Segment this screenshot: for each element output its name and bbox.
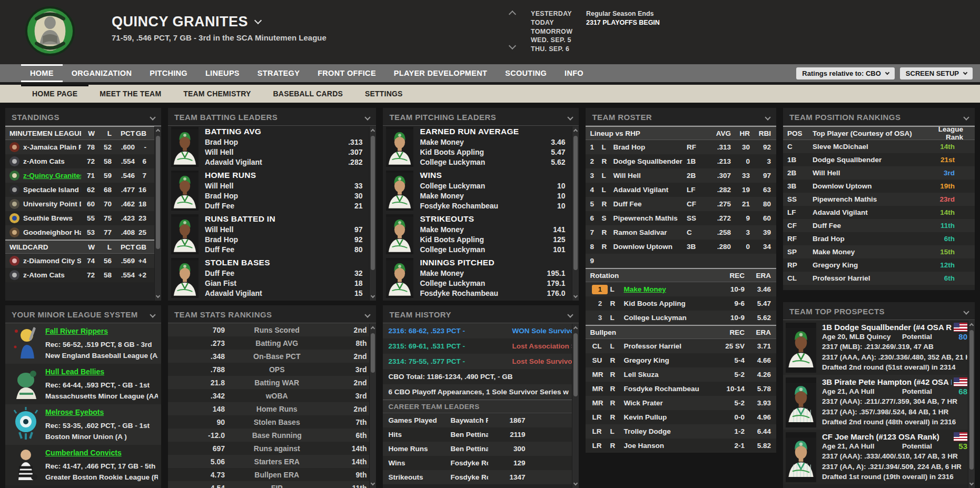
history-season-row[interactable]: 2314: 75-55, .577 PCT - Lost Sole Surviv…	[383, 354, 579, 369]
player-name: Make Money	[420, 137, 533, 147]
screen-setup-dropdown[interactable]: SCREEN SETUP	[900, 67, 973, 79]
minor-team-link[interactable]: Cumberland Convicts	[45, 449, 122, 457]
scroll-down-icon[interactable]	[156, 294, 160, 298]
scrollbar[interactable]	[154, 126, 161, 301]
nav-tab-front-office[interactable]: FRONT OFFICE	[309, 64, 385, 82]
scroll-down-icon[interactable]	[371, 294, 375, 298]
minor-team-league: Greater Boston Rookie League (R )	[45, 472, 158, 483]
season-note: Regular Season Ends	[586, 9, 660, 18]
nav-tab-strategy[interactable]: STRATEGY	[249, 64, 309, 82]
schedule-down-icon[interactable]	[509, 42, 516, 49]
stat-value: .273	[168, 339, 225, 347]
player-name: Fosdyke Rochambeau	[420, 288, 533, 298]
minor-team-logo	[8, 326, 43, 361]
history-season-row[interactable]: 2315: 69-61, .531 PCT - Lost Association…	[383, 338, 579, 354]
scroll-down-icon[interactable]	[573, 481, 578, 485]
date-item[interactable]: TOMORROW	[531, 27, 589, 36]
team-name[interactable]: z-Quincy Granites	[23, 172, 81, 180]
bullpen-row: MR R Wick Prater 5-2 3.93	[586, 396, 776, 410]
date-item[interactable]: TODAY	[531, 18, 589, 27]
collapse-chevron-icon[interactable]	[568, 312, 573, 317]
scroll-up-icon[interactable]	[371, 326, 375, 331]
date-item[interactable]: YESTERDAY	[531, 9, 589, 18]
scrollbar[interactable]	[572, 126, 579, 301]
scroll-down-icon[interactable]	[969, 481, 974, 485]
nav-tab-scouting[interactable]: SCOUTING	[496, 64, 556, 82]
standings-row: z-Diamond City Swatters 74 56 .569 +4	[5, 254, 161, 268]
player-name[interactable]: Make Money	[623, 285, 710, 293]
prospect-stat-line: 2317 (AA, A): .321/.394/.509, 224 AB, 6 …	[822, 462, 967, 472]
leader-row: Kid Boots Appling 125	[420, 235, 565, 245]
collapse-chevron-icon[interactable]	[150, 114, 155, 120]
scrollbar[interactable]	[369, 126, 376, 301]
scroll-up-icon[interactable]	[573, 326, 578, 331]
subnav-tab-home-page[interactable]: HOME PAGE	[21, 85, 88, 103]
bullpen-row: CL L Professor Harriel 25 SV 3.71	[586, 339, 776, 353]
position-ranking-row: RP Gregory King 12th	[783, 258, 975, 272]
player-name: College Luckyman	[623, 314, 710, 322]
page-title[interactable]: QUINCY GRANITES	[112, 14, 326, 30]
stat-value: 5.06	[168, 457, 225, 466]
scroll-thumb[interactable]	[573, 333, 578, 396]
scrollbar[interactable]	[369, 324, 376, 488]
scroll-up-icon[interactable]	[156, 129, 160, 133]
team-name: Southie Brews	[23, 214, 81, 222]
player-name: Gregory King	[813, 261, 924, 269]
stat-ranking-row: 90 Stolen Bases 7th	[168, 415, 376, 429]
team-name: University Point Deathcl	[23, 200, 81, 208]
subnav-tab-meet-the-team[interactable]: MEET THE TEAM	[88, 85, 172, 103]
minor-team-link[interactable]: Fall River Rippers	[45, 327, 108, 335]
history-season-row[interactable]: 2316: 68-62, .523 PCT - WON Sole Survivo…	[383, 323, 579, 338]
leader-row: College Luckyman 5.62	[420, 157, 565, 167]
scroll-thumb[interactable]	[371, 136, 375, 270]
position-ranking-row: C Sleve McDichael 14th	[783, 140, 975, 153]
collapse-chevron-icon[interactable]	[963, 114, 969, 120]
scroll-down-icon[interactable]	[573, 294, 578, 298]
scroll-thumb[interactable]	[969, 330, 974, 470]
date-item[interactable]: THU. SEP. 6	[531, 45, 589, 54]
scroll-thumb[interactable]	[371, 333, 375, 373]
subnav-tab-baseball-cards[interactable]: BASEBALL CARDS	[262, 85, 354, 103]
collapse-chevron-icon[interactable]	[568, 114, 573, 120]
scroll-thumb[interactable]	[573, 136, 578, 270]
date-item[interactable]: WED. SEP. 5	[531, 36, 589, 45]
prospect-stat-line: 2317 (AAA, AA): .230/.336/.480, 352 AB, …	[822, 352, 967, 363]
scrollbar[interactable]	[968, 321, 975, 488]
leader-row: Fosdyke Rochambeau 176.0	[420, 288, 565, 298]
collapse-chevron-icon[interactable]	[365, 312, 371, 317]
career-leader-row: Strikeouts Fosdyke Rochambeau 1347	[383, 470, 579, 484]
nav-tab-info[interactable]: INFO	[556, 64, 592, 82]
nav-tab-organization[interactable]: ORGANIZATION	[63, 64, 141, 82]
player-name: Wick Prater	[623, 399, 710, 407]
schedule-up-icon[interactable]	[509, 11, 516, 18]
season-record[interactable]: 2314: 75-55, .577 PCT -	[388, 357, 512, 365]
collapse-chevron-icon[interactable]	[365, 114, 371, 120]
collapse-chevron-icon[interactable]	[963, 308, 969, 314]
standings-row: x-Jamaica Plain Red Ro 78 52 .600 -	[5, 140, 161, 154]
player-name: Adavald Vigilant	[813, 208, 924, 216]
season-record[interactable]: 2315: 69-61, .531 PCT -	[388, 342, 512, 350]
nav-tab-home[interactable]: HOME	[21, 64, 63, 82]
scroll-up-icon[interactable]	[573, 129, 578, 133]
nav-tab-player-development[interactable]: PLAYER DEVELOPMENT	[385, 64, 496, 82]
team-dropdown-chevron-icon[interactable]	[254, 16, 262, 24]
scroll-down-icon[interactable]	[371, 481, 375, 485]
ratings-dropdown[interactable]: Ratings relative to: CBO	[796, 67, 895, 79]
scroll-up-icon[interactable]	[969, 323, 974, 327]
scrollbar[interactable]	[572, 324, 579, 488]
scroll-thumb[interactable]	[156, 136, 160, 249]
stat-ranking-row: .273 Batting AVG 8th	[168, 336, 376, 350]
leader-row: Make Money 10	[420, 191, 565, 201]
collapse-chevron-icon[interactable]	[150, 312, 155, 317]
nav-tab-pitching[interactable]: PITCHING	[141, 64, 196, 82]
subnav-tab-team-chemistry[interactable]: TEAM CHEMISTRY	[172, 85, 262, 103]
scroll-up-icon[interactable]	[371, 129, 375, 133]
career-leader-row: Hits Ben Pettinato 2119	[383, 427, 579, 442]
minor-team-link[interactable]: Melrose Eyebots	[45, 408, 104, 416]
minor-team-link[interactable]: Hull Lead Bellies	[45, 367, 104, 376]
season-record[interactable]: 2316: 68-62, .523 PCT -	[388, 327, 512, 335]
nav-tab-lineups[interactable]: LINEUPS	[196, 64, 249, 82]
stat-value: 21.8	[168, 379, 225, 387]
collapse-chevron-icon[interactable]	[765, 114, 770, 120]
subnav-tab-settings[interactable]: SETTINGS	[354, 85, 414, 103]
